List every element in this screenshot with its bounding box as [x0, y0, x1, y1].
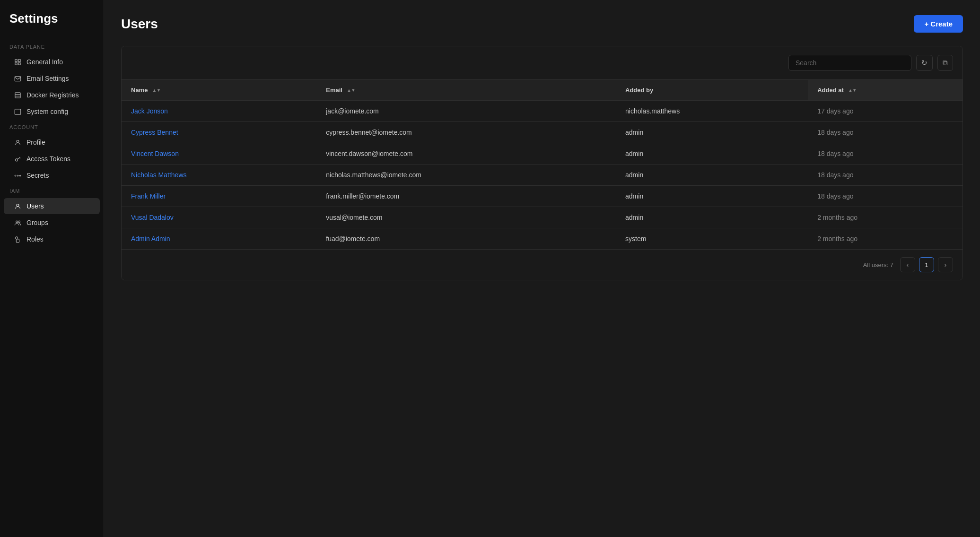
main-content: Users + Create ↻ ⧉ Name ▲▼ Email: [104, 0, 980, 537]
docker-registries-icon: [13, 92, 22, 99]
users-table-container: ↻ ⧉ Name ▲▼ Email ▲▼ Added by: [121, 46, 963, 280]
pagination: All users: 7 ‹ 1 ›: [122, 249, 962, 280]
user-added-by-cell: system: [616, 228, 808, 250]
sidebar-item-secrets[interactable]: Secrets: [4, 167, 100, 183]
sort-added-at-icon[interactable]: ▲▼: [848, 88, 857, 93]
svg-rect-4: [15, 76, 21, 81]
user-name-link[interactable]: Vincent Dawson: [131, 150, 179, 157]
sidebar: Settings Data PlaneGeneral InfoEmail Set…: [0, 0, 104, 537]
col-email: Email ▲▼: [316, 80, 616, 101]
svg-rect-1: [18, 59, 20, 61]
page-1-button[interactable]: 1: [919, 257, 934, 272]
svg-rect-2: [15, 62, 17, 64]
sidebar-item-users[interactable]: Users: [4, 198, 100, 214]
sidebar-item-label: Groups: [26, 219, 48, 226]
sidebar-section-label: Account: [0, 124, 104, 134]
filter-button[interactable]: ⧉: [937, 55, 953, 71]
col-added-at: Added at ▲▼: [808, 80, 962, 101]
sidebar-item-roles[interactable]: Roles: [4, 231, 100, 247]
user-name-cell[interactable]: Frank Miller: [122, 186, 316, 207]
refresh-button[interactable]: ↻: [916, 55, 933, 71]
svg-point-15: [16, 221, 18, 223]
secrets-icon: [13, 172, 22, 179]
sidebar-item-label: Users: [26, 202, 44, 210]
user-email-cell: nicholas.matthews@iomete.com: [316, 165, 616, 186]
user-email-cell: vincent.dawson@iomete.com: [316, 143, 616, 165]
sidebar-section-label: IAM: [0, 188, 104, 198]
user-added-at-cell: 18 days ago: [808, 143, 962, 165]
user-name-link[interactable]: Nicholas Matthews: [131, 171, 187, 179]
svg-rect-3: [18, 62, 20, 64]
user-email-cell: frank.miller@iomete.com: [316, 186, 616, 207]
sidebar-section-label: Data Plane: [0, 44, 104, 53]
user-added-by-cell: nicholas.matthews: [616, 101, 808, 122]
user-name-link[interactable]: Jack Jonson: [131, 107, 168, 115]
user-name-cell[interactable]: Vusal Dadalov: [122, 207, 316, 228]
email-settings-icon: [13, 75, 22, 82]
table-row: Vusal Dadalovvusal@iomete.comadmin2 mont…: [122, 207, 962, 228]
create-button[interactable]: + Create: [914, 15, 963, 33]
sidebar-item-docker-registries[interactable]: Docker Registries: [4, 87, 100, 103]
app-title: Settings: [0, 11, 104, 39]
sidebar-item-label: General Info: [26, 58, 63, 66]
svg-rect-0: [15, 59, 17, 61]
user-added-at-cell: 18 days ago: [808, 186, 962, 207]
refresh-icon: ↻: [921, 59, 928, 67]
user-name-cell[interactable]: Nicholas Matthews: [122, 165, 316, 186]
sidebar-item-email-settings[interactable]: Email Settings: [4, 70, 100, 87]
sidebar-item-label: Profile: [26, 139, 45, 146]
svg-point-9: [17, 140, 19, 142]
user-added-by-cell: admin: [616, 186, 808, 207]
sidebar-item-label: Email Settings: [26, 75, 69, 82]
user-added-by-cell: admin: [616, 165, 808, 186]
user-email-cell: fuad@iomete.com: [316, 228, 616, 250]
user-added-by-cell: admin: [616, 207, 808, 228]
sort-email-icon[interactable]: ▲▼: [347, 88, 356, 93]
user-name-cell[interactable]: Vincent Dawson: [122, 143, 316, 165]
sidebar-item-general-info[interactable]: General Info: [4, 54, 100, 70]
users-icon: [13, 203, 22, 210]
sidebar-item-profile[interactable]: Profile: [4, 134, 100, 150]
search-input[interactable]: [788, 55, 911, 71]
sidebar-item-system-config[interactable]: System config: [4, 104, 100, 120]
access-tokens-icon: [13, 156, 22, 163]
table-row: Vincent Dawsonvincent.dawson@iomete.coma…: [122, 143, 962, 165]
svg-point-16: [18, 221, 20, 223]
user-added-at-cell: 18 days ago: [808, 122, 962, 143]
user-name-cell[interactable]: Cypress Bennet: [122, 122, 316, 143]
svg-point-14: [17, 204, 19, 206]
main-header: Users + Create: [121, 15, 963, 33]
groups-icon: [13, 219, 22, 226]
user-name-cell[interactable]: Jack Jonson: [122, 101, 316, 122]
sidebar-item-label: Roles: [26, 235, 44, 243]
sort-name-icon[interactable]: ▲▼: [152, 88, 161, 93]
sidebar-item-label: System config: [26, 108, 68, 115]
user-name-link[interactable]: Admin Admin: [131, 235, 170, 243]
user-name-cell[interactable]: Admin Admin: [122, 228, 316, 250]
user-added-by-cell: admin: [616, 143, 808, 165]
col-name: Name ▲▼: [122, 80, 316, 101]
user-name-link[interactable]: Vusal Dadalov: [131, 214, 174, 221]
user-name-link[interactable]: Frank Miller: [131, 192, 166, 200]
table-row: Frank Millerfrank.miller@iomete.comadmin…: [122, 186, 962, 207]
filter-icon: ⧉: [943, 59, 948, 67]
prev-page-button[interactable]: ‹: [900, 257, 915, 272]
page-title: Users: [121, 17, 158, 32]
sidebar-item-groups[interactable]: Groups: [4, 215, 100, 231]
table-row: Jack Jonsonjack@iomete.comnicholas.matth…: [122, 101, 962, 122]
svg-point-10: [15, 158, 18, 161]
svg-rect-5: [15, 92, 20, 97]
svg-point-12: [17, 175, 18, 176]
sidebar-item-label: Docker Registries: [26, 91, 79, 99]
user-name-link[interactable]: Cypress Bennet: [131, 129, 178, 136]
table-row: Nicholas Matthewsnicholas.matthews@iomet…: [122, 165, 962, 186]
sidebar-item-access-tokens[interactable]: Access Tokens: [4, 151, 100, 167]
table-row: Admin Adminfuad@iomete.comsystem2 months…: [122, 228, 962, 250]
roles-icon: [13, 236, 22, 243]
table-header-row: Name ▲▼ Email ▲▼ Added by Added at ▲▼: [122, 80, 962, 101]
profile-icon: [13, 139, 22, 146]
svg-point-13: [19, 175, 21, 176]
user-added-at-cell: 2 months ago: [808, 207, 962, 228]
general-info-icon: [13, 59, 22, 66]
next-page-button[interactable]: ›: [938, 257, 953, 272]
